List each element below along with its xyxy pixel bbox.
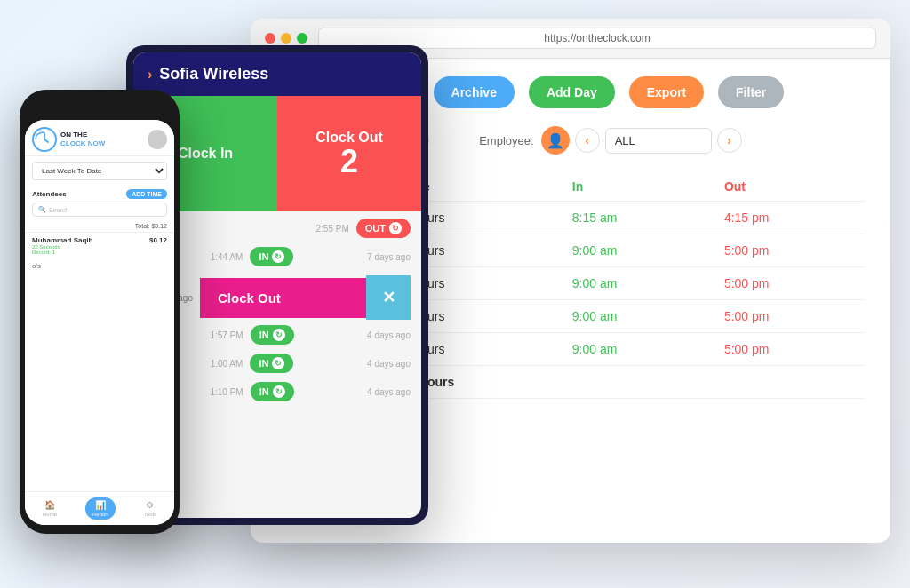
cell-out-2: 5:00 pm (714, 267, 866, 300)
employee-next-arrow[interactable]: › (717, 128, 742, 153)
tablet-header-title: Sofia Wireless (159, 65, 268, 83)
cell-in-0: 8:15 am (562, 202, 714, 234)
period-dropdown[interactable]: Last Week To Date (32, 162, 167, 180)
attendees-header: Attendees ADD TIME (32, 189, 167, 199)
phone-header: ON THE CLOCK NOW (25, 120, 174, 156)
filter-button[interactable]: Filter (718, 76, 784, 108)
cell-in-4: 9:00 am (562, 333, 714, 366)
employee-avatar-icon: 👤 (541, 126, 570, 155)
employee-prev-arrow[interactable]: ‹ (575, 128, 600, 153)
clock-out-action-btn[interactable]: Clock Out (200, 278, 366, 318)
search-icon: 🔍 (38, 206, 46, 213)
in-badge-4[interactable]: IN ↻ (251, 325, 294, 345)
phone-user-row[interactable]: Muhammad Saqib 22 Seconds Record: 1 $0.1… (25, 232, 174, 258)
entry-days-5: 4 days ago (367, 359, 411, 369)
maximize-dot[interactable] (297, 33, 307, 44)
clock-out-button[interactable]: Clock Out 2 (277, 96, 421, 211)
entry-days-6: 4 days ago (367, 387, 411, 397)
add-day-button[interactable]: Add Day (529, 76, 615, 108)
entry-days-2: 7 days ago (367, 252, 411, 262)
phone-logo-text: ON THE CLOCK NOW (60, 131, 105, 147)
tablet-clock-out-row: 6 days ago Clock Out ✕ (144, 275, 411, 320)
tablet-entry-1: 2:55 PM OUT ↻ (144, 219, 411, 238)
nav-tools[interactable]: ⚙ Tools (144, 500, 156, 517)
home-label: Home (43, 512, 57, 517)
tablet-header-arrow-icon: › (148, 67, 152, 83)
phone-search-box[interactable]: 🔍 Search (32, 203, 167, 217)
in-badge-5[interactable]: IN ↻ (250, 354, 293, 373)
minimize-dot[interactable] (281, 33, 291, 44)
tablet-entry-5: 1:00 AM IN ↻ 4 days ago (144, 354, 411, 373)
phone-avatar-icon[interactable] (148, 130, 167, 149)
user-amount: $0.12 (149, 236, 167, 244)
col-header-in: In (562, 172, 714, 202)
cell-out-4: 5:00 pm (714, 333, 866, 366)
close-dot[interactable] (265, 33, 275, 44)
tools-icon: ⚙ (146, 500, 154, 510)
user-record: Record: 1 (32, 250, 92, 255)
tablet-entry-6: 1:10 PM IN ↻ 4 days ago (144, 382, 411, 401)
app-logo-icon (32, 127, 57, 152)
entry-time-6: 1:10 PM (210, 387, 243, 397)
search-placeholder: Search (49, 207, 68, 213)
entry-time-5: 1:00 AM (211, 359, 243, 369)
home-icon: 🏠 (44, 500, 55, 510)
cell-out-3: 5:00 pm (714, 300, 866, 333)
entry-days-4: 4 days ago (367, 330, 411, 340)
cell-in-3: 9:00 am (562, 300, 714, 333)
phone-total: Total: $0.12 (25, 220, 174, 232)
tools-label: Tools (144, 512, 156, 517)
entry-time-1: 2:55 PM (316, 224, 349, 234)
col-header-out: Out (714, 172, 866, 202)
in-badge-6[interactable]: IN ↻ (251, 382, 294, 401)
nav-report[interactable]: 📊 Report (85, 497, 116, 520)
employee-input[interactable] (605, 128, 712, 154)
user-name: Muhammad Saqib (32, 236, 92, 244)
clock-out-cancel-btn[interactable]: ✕ (366, 275, 411, 320)
cell-in-2: 9:00 am (562, 267, 714, 300)
phone-logo: ON THE CLOCK NOW (32, 127, 105, 152)
tablet-entry-2: 1:44 AM IN ↻ 7 days ago (144, 247, 411, 266)
entry-time-4: 1:57 PM (210, 330, 243, 340)
out-badge-1[interactable]: OUT ↻ (356, 219, 411, 238)
add-time-button[interactable]: ADD TIME (126, 189, 167, 199)
cell-out-1: 5:00 pm (714, 234, 866, 267)
phone-device: ON THE CLOCK NOW Last Week To Date Atten… (20, 90, 180, 534)
nav-home[interactable]: 🏠 Home (43, 500, 57, 517)
report-label: Report (92, 512, 108, 517)
tablet-header: › Sofia Wireless (133, 52, 421, 96)
cell-in-1: 9:00 am (562, 234, 714, 267)
phone-notch (68, 99, 131, 116)
export-button[interactable]: Export (629, 76, 704, 108)
cell-out-0: 4:15 pm (714, 202, 866, 234)
phone-screen: ON THE CLOCK NOW Last Week To Date Atten… (25, 120, 174, 525)
attendees-section: Attendees ADD TIME 🔍 Search (25, 186, 174, 220)
employee-value-box: 👤 ‹ › (541, 126, 742, 155)
attendees-label: Attendees (32, 190, 67, 198)
browser-dots (265, 33, 307, 44)
employee-filter: Employee: 👤 ‹ › (479, 126, 741, 155)
employee-label: Employee: (479, 134, 533, 147)
in-badge-2[interactable]: IN ↻ (250, 247, 293, 266)
phone-bottom-nav: 🏠 Home 📊 Report ⚙ Tools (25, 491, 174, 525)
archive-button[interactable]: Archive (434, 76, 515, 108)
report-icon: 📊 (95, 500, 106, 510)
tablet-entry-4: 1:57 PM IN ↻ 4 days ago (144, 325, 411, 345)
phone-o-text: o's (25, 258, 174, 274)
entry-time-2: 1:44 AM (211, 252, 243, 262)
